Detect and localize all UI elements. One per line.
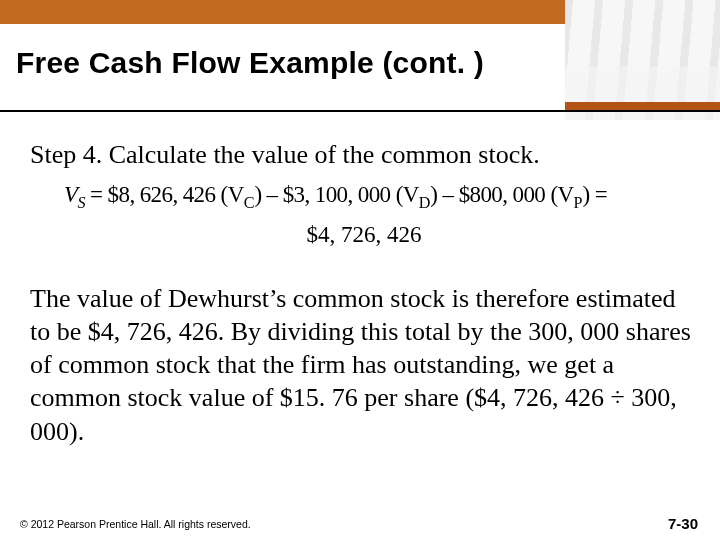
vp-label: V [557, 182, 573, 207]
var-vs: V [64, 182, 77, 207]
title-area: Free Cash Flow Example (cont. ) [0, 24, 720, 102]
slide-title: Free Cash Flow Example (cont. ) [16, 46, 484, 80]
minus-1: – [267, 182, 278, 207]
vc-sub: C [244, 194, 255, 211]
vc-label: V [228, 182, 244, 207]
formula-line: VS = $8, 626, 426 (VC) – $3, 100, 000 (V… [64, 182, 698, 212]
equals-2: = [595, 182, 607, 207]
explanation-paragraph: The value of Dewhurst’s common stock is … [30, 282, 698, 448]
footer: © 2012 Pearson Prentice Hall. All rights… [0, 510, 720, 540]
equals-1: = [90, 182, 102, 207]
vd-value: $3, 100, 000 [283, 182, 391, 207]
minus-2: – [443, 182, 454, 207]
divider [0, 110, 720, 112]
page-number: 7-30 [668, 515, 698, 532]
vc-value: $8, 626, 426 [108, 182, 216, 207]
vd-sub: D [419, 194, 431, 211]
vp-value: $800, 000 [459, 182, 546, 207]
formula-result: $4, 726, 426 [30, 222, 698, 248]
sub-s: S [77, 194, 84, 211]
vd-label: V [403, 182, 419, 207]
vp-sub: P [573, 194, 582, 211]
content-area: Step 4. Calculate the value of the commo… [30, 140, 698, 448]
slide: Free Cash Flow Example (cont. ) Step 4. … [0, 0, 720, 540]
copyright-text: © 2012 Pearson Prentice Hall. All rights… [20, 518, 251, 530]
step-heading: Step 4. Calculate the value of the commo… [30, 140, 698, 170]
